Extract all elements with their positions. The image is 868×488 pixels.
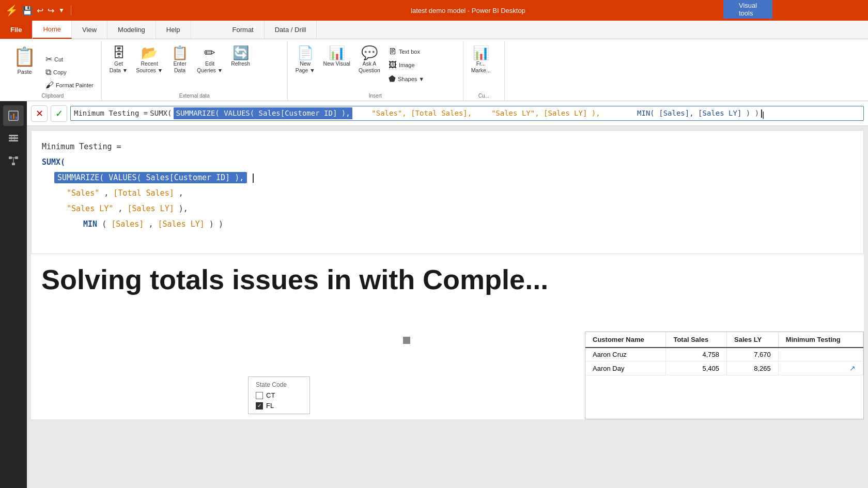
cell-sales-ly-2: 8,265: [727, 361, 779, 375]
text-box-button[interactable]: 🖹 Text box: [385, 45, 428, 58]
cell-min-testing-1: [778, 348, 863, 361]
format-marker-button[interactable]: 📊 Fr...Marke...: [468, 43, 494, 76]
shapes-button[interactable]: ⬟ Shapes ▼: [385, 72, 428, 85]
formula-line5: "Sales LY", [Sales LY] ),: [474, 108, 600, 119]
slicer-item-fl[interactable]: ✓ FL: [256, 402, 302, 410]
checkbox-ct[interactable]: [256, 392, 263, 399]
edit-queries-button[interactable]: ✏ EditQueries ▼: [193, 43, 226, 76]
format-painter-button[interactable]: 🖌 Format Painter: [42, 79, 97, 91]
image-button[interactable]: 🖼 Image: [385, 59, 428, 71]
refresh-button[interactable]: 🔄 Refresh: [227, 43, 254, 70]
sidebar-item-model[interactable]: [3, 151, 24, 171]
checkbox-fl[interactable]: ✓: [256, 402, 263, 410]
new-page-button[interactable]: 📄 NewPage ▼: [292, 43, 319, 76]
clipboard-group-label: Clipboard: [4, 93, 101, 99]
formula-confirm-button[interactable]: ✓: [51, 105, 67, 122]
slicer-fl-label: FL: [266, 402, 274, 410]
separator: [71, 5, 71, 15]
recent-sources-button[interactable]: 📂 RecentSources ▼: [132, 43, 166, 76]
cell-name-1: Aaron Cruz: [585, 348, 666, 361]
formula-line4: "Sales", [Total Sales],: [354, 108, 472, 119]
title-bar: ⚡ 💾 ↩ ↪ ▼ Visual tools latest demo model…: [0, 0, 868, 21]
enter-data-button[interactable]: 📋 EnterData: [167, 43, 192, 76]
formula-cancel-button[interactable]: ✕: [31, 105, 48, 122]
code-sales-ly-val: [Sales LY]: [127, 204, 174, 213]
new-visual-button[interactable]: 📊 New Visual: [320, 43, 354, 70]
paste-icon: 📋: [13, 46, 36, 68]
formula-bar-area: ✕ ✓ Minimum Testing = SUMX( SUMMARIZE( V…: [27, 101, 868, 126]
ask-question-button[interactable]: 💬 Ask AQuestion: [355, 43, 384, 76]
refresh-icon: 🔄: [233, 46, 249, 59]
code-sales-str: "Sales": [67, 188, 99, 198]
ribbon-group-clipboard: 📋 Paste ✂ Cut ⧉ Copy 🖌 Format Painter Cl…: [4, 41, 102, 101]
external-data-items: 🗄 GetData ▼ 📂 RecentSources ▼ 📋 EnterDat…: [106, 41, 283, 101]
code-closing2: ) ): [209, 219, 223, 229]
formula-line2: SUMX(: [150, 108, 172, 119]
svg-rect-10: [15, 156, 18, 159]
formula-content[interactable]: Minimum Testing = SUMX( SUMMARIZE( VALUE…: [70, 106, 864, 121]
paste-button[interactable]: 📋 Paste: [8, 43, 41, 101]
text-box-icon: 🖹: [389, 47, 397, 56]
image-label: Image: [399, 62, 415, 68]
tab-view[interactable]: View: [72, 21, 107, 39]
svg-rect-4: [9, 135, 18, 136]
code-line-2: SUMX(: [42, 154, 853, 170]
slicer[interactable]: State Code CT ✓ FL: [248, 376, 310, 414]
table-resize-handle[interactable]: [403, 337, 410, 344]
refresh-label: Refresh: [231, 60, 250, 67]
dropdown-icon[interactable]: ▼: [58, 7, 65, 14]
code-min: MIN: [83, 219, 97, 229]
ribbon-group-external-data: 🗄 GetData ▼ 📂 RecentSources ▼ 📋 EnterDat…: [102, 41, 288, 101]
save-icon[interactable]: 💾: [22, 6, 33, 15]
insert-small-group: 🖹 Text box 🖼 Image ⬟ Shapes ▼: [385, 43, 428, 85]
visual-tools-label: Visual tools: [739, 2, 757, 17]
sidebar-item-data[interactable]: [3, 128, 24, 149]
col-sales-ly: Sales LY: [727, 332, 779, 348]
get-data-button[interactable]: 🗄 GetData ▼: [106, 43, 132, 76]
code-line-4: "Sales" , [Total Sales] ,: [67, 185, 853, 201]
enter-data-label: EnterData: [174, 60, 187, 73]
slide-title: Solving totals issues in with Comple...: [31, 254, 864, 300]
text-cursor: |: [761, 109, 762, 118]
code-min-args: (: [102, 219, 111, 229]
format-painter-label: Format Painter: [56, 82, 94, 88]
tab-format[interactable]: Format: [222, 21, 265, 39]
table-row: Aaron Cruz 4,758 7,670: [585, 348, 863, 361]
slicer-ct-label: CT: [266, 391, 275, 399]
tab-home[interactable]: Home: [33, 21, 72, 39]
data-table-element: Customer Name Total Sales Sales LY Minim…: [585, 332, 863, 375]
code-closing1: ),: [179, 204, 188, 213]
clipboard-small-btns: ✂ Cut ⧉ Copy 🖌 Format Painter: [42, 43, 97, 101]
formula-line1: Minimum Testing =: [74, 108, 148, 119]
code-var-name: Minimum Testing =: [42, 142, 121, 151]
scroll-indicator: ↗: [849, 364, 856, 372]
slicer-item-ct[interactable]: CT: [256, 391, 302, 399]
cut-icon: ✂: [45, 54, 52, 64]
cursor-after-selection: [253, 174, 254, 183]
tab-file[interactable]: File: [0, 21, 33, 39]
enter-data-icon: 📋: [172, 46, 188, 59]
undo-icon[interactable]: ↩: [37, 6, 43, 15]
ask-question-label: Ask AQuestion: [359, 60, 380, 73]
tab-help[interactable]: Help: [156, 21, 191, 39]
main-area: ✕ ✓ Minimum Testing = SUMX( SUMMARIZE( V…: [0, 101, 868, 488]
sidebar-item-report[interactable]: [3, 105, 24, 126]
powerbi-logo-icon: ⚡: [5, 4, 18, 17]
format-painter-icon: 🖌: [45, 81, 54, 90]
copy-button[interactable]: ⧉ Copy: [42, 66, 97, 78]
cut-button[interactable]: ✂ Cut: [42, 53, 97, 66]
svg-rect-2: [13, 114, 14, 119]
text-box-label: Text box: [399, 49, 420, 55]
new-visual-label: New Visual: [323, 60, 350, 67]
tab-modeling[interactable]: Modeling: [107, 21, 156, 39]
tab-data-drill[interactable]: Data / Drill: [265, 21, 317, 39]
format-marker-icon: 📊: [473, 46, 489, 59]
canvas-area: ✕ ✓ Minimum Testing = SUMX( SUMMARIZE( V…: [27, 101, 868, 488]
svg-rect-6: [9, 140, 18, 141]
code-display: Minimum Testing = SUMX( SUMMARIZE( VALUE…: [31, 130, 864, 254]
code-comma2: ,: [179, 188, 183, 198]
recent-sources-label: RecentSources ▼: [136, 60, 163, 73]
cell-total-sales-1: 4,758: [666, 348, 727, 361]
redo-icon[interactable]: ↪: [48, 6, 54, 15]
tab-bar: File Home View Modeling Help Format Data…: [0, 21, 868, 39]
